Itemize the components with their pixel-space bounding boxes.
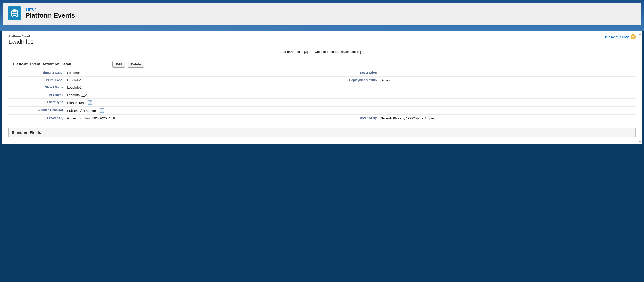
standard-fields-count: [3] bbox=[304, 50, 308, 54]
label-plural-label: Plural Label bbox=[8, 77, 67, 84]
value-object-name: LeadInfo1 bbox=[67, 84, 636, 91]
modified-by-date: , 19/6/2020, 4:10 pm bbox=[404, 116, 434, 120]
value-plural-label: LeadInfo1 bbox=[67, 77, 322, 84]
label-singular-label: Singular Label bbox=[8, 69, 67, 76]
svg-point-0 bbox=[12, 9, 18, 12]
label-api-name: API Name bbox=[8, 91, 67, 98]
standard-fields-anchor[interactable]: Standard Fields bbox=[280, 50, 303, 54]
detail-section-title: Platform Event Definition Detail bbox=[13, 62, 71, 67]
label-description: Description bbox=[322, 69, 381, 76]
standard-fields-section-header: Standard Fields bbox=[8, 128, 636, 138]
label-created-by: Created By bbox=[8, 115, 67, 122]
help-link-label: Help for this Page bbox=[604, 35, 630, 39]
object-name-title: LeadInfo1 bbox=[8, 38, 34, 45]
modified-by-user-link[interactable]: Gopesh Bhutani bbox=[381, 116, 404, 120]
custom-fields-anchor[interactable]: Custom Fields & Relationships bbox=[315, 50, 359, 54]
label-event-type: Event Type bbox=[8, 99, 67, 106]
created-by-user-link[interactable]: Gopesh Bhutani bbox=[67, 116, 90, 120]
content-scroll[interactable]: Platform Event LeadInfo1 Help for this P… bbox=[2, 31, 642, 144]
label-publish-behavior: Publish Behavior bbox=[8, 107, 67, 115]
help-icon: ? bbox=[631, 34, 636, 39]
label-modified-by: Modified By bbox=[322, 115, 381, 122]
info-icon[interactable]: i bbox=[100, 108, 104, 113]
custom-fields-count: [1] bbox=[360, 50, 364, 54]
value-publish-behavior: Publish After Commit bbox=[67, 109, 98, 113]
help-for-page-link[interactable]: Help for this Page ? bbox=[604, 34, 636, 39]
anchor-links: Standard Fields [3] | Custom Fields & Re… bbox=[8, 50, 636, 54]
database-icon bbox=[8, 6, 22, 20]
delete-button[interactable]: Delete bbox=[128, 61, 144, 68]
edit-button[interactable]: Edit bbox=[112, 61, 125, 68]
object-type-label: Platform Event bbox=[8, 34, 34, 38]
info-icon[interactable]: i bbox=[88, 100, 92, 105]
anchor-separator: | bbox=[311, 50, 312, 54]
content-panel: ▲ ▼ Platform Event LeadInfo1 Help for th… bbox=[2, 31, 642, 144]
label-object-name: Object Name bbox=[8, 84, 67, 91]
value-singular-label: LeadInfo1 bbox=[67, 69, 322, 76]
label-deployment-status: Deployment Status bbox=[322, 77, 381, 84]
value-deployment-status: Deployed bbox=[381, 77, 636, 84]
value-description bbox=[381, 69, 636, 76]
header-eyebrow: SETUP bbox=[26, 7, 75, 11]
header-title: Platform Events bbox=[26, 12, 75, 19]
created-by-date: , 19/6/2020, 4:10 pm bbox=[90, 116, 120, 120]
setup-header-card: SETUP Platform Events bbox=[3, 2, 641, 25]
value-api-name: LeadInfo1__e bbox=[67, 91, 636, 98]
detail-table: Singular Label LeadInfo1 Description Plu… bbox=[8, 69, 636, 122]
value-event-type: High Volume bbox=[67, 101, 86, 105]
